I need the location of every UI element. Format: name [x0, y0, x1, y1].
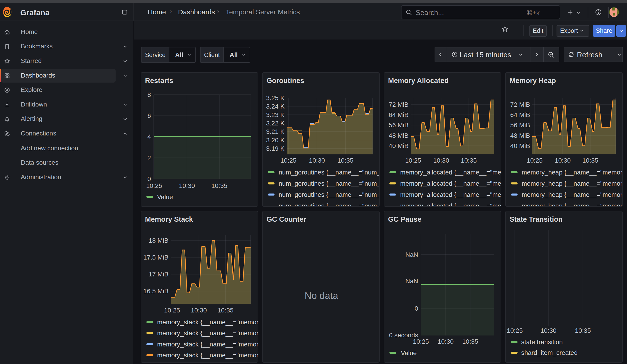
svg-text:17.5 MiB: 17.5 MiB: [143, 254, 169, 261]
svg-text:10:25: 10:25: [507, 327, 523, 334]
svg-text:Value: Value: [401, 349, 417, 357]
svg-text:10:30: 10:30: [179, 182, 195, 189]
svg-text:Value: Value: [157, 193, 173, 201]
svg-text:memory_stack {__name__="memory: memory_stack {__name__="memory_stack"}: [157, 352, 258, 359]
svg-text:4: 4: [147, 133, 151, 140]
svg-text:memory_stack {__name__="memory: memory_stack {__name__="memory_stack"}: [157, 319, 258, 326]
svg-text:memory_allocated {__name__="me: memory_allocated {__name__="memory_alloc…: [400, 169, 501, 176]
svg-text:10:30: 10:30: [309, 157, 325, 164]
svg-text:40 MiB: 40 MiB: [510, 142, 530, 149]
svg-text:10:25: 10:25: [164, 307, 180, 314]
svg-text:3.25 K: 3.25 K: [266, 95, 285, 102]
svg-text:16.5 MiB: 16.5 MiB: [143, 288, 169, 295]
svg-text:10:25: 10:25: [280, 157, 296, 164]
svg-text:48 MiB: 48 MiB: [510, 132, 530, 139]
svg-text:10:35: 10:35: [217, 307, 233, 314]
svg-text:num_goroutines {__name__="num_: num_goroutines {__name__="num_goroutines…: [279, 202, 380, 207]
svg-text:num_goroutines {__name__="num_: num_goroutines {__name__="num_goroutines…: [279, 169, 380, 176]
svg-text:10:35: 10:35: [575, 327, 591, 334]
svg-text:shard_item_created: shard_item_created: [521, 349, 577, 356]
svg-text:state transition: state transition: [521, 338, 563, 346]
svg-text:10:35: 10:35: [461, 157, 477, 164]
svg-text:0: 0: [415, 305, 418, 312]
svg-text:10:30: 10:30: [540, 327, 556, 334]
svg-text:18 MiB: 18 MiB: [149, 237, 168, 244]
svg-text:10:35: 10:35: [211, 182, 227, 189]
svg-text:40 MiB: 40 MiB: [389, 142, 409, 149]
svg-text:10:25: 10:25: [413, 338, 429, 345]
svg-text:56 MiB: 56 MiB: [510, 122, 530, 129]
svg-text:17 MiB: 17 MiB: [149, 271, 168, 278]
svg-text:0 seconds: 0 seconds: [389, 332, 418, 339]
svg-text:10:35: 10:35: [462, 338, 478, 345]
svg-text:memory_allocated {__name__="me: memory_allocated {__name__="memory_alloc…: [400, 202, 501, 207]
svg-text:10:30: 10:30: [433, 157, 449, 164]
svg-text:64 MiB: 64 MiB: [389, 111, 409, 118]
svg-text:72 MiB: 72 MiB: [389, 101, 409, 108]
svg-text:10:25: 10:25: [405, 157, 421, 164]
svg-text:3.24 K: 3.24 K: [266, 103, 285, 110]
svg-text:num_goroutines {__name__="num_: num_goroutines {__name__="num_goroutines…: [279, 180, 380, 187]
svg-text:memory_heap {__name__="memory_: memory_heap {__name__="memory_heap"}: [522, 202, 623, 207]
svg-text:memory_allocated {__name__="me: memory_allocated {__name__="memory_alloc…: [400, 180, 501, 187]
svg-text:10:30: 10:30: [438, 338, 454, 345]
svg-text:NaN: NaN: [405, 278, 418, 285]
svg-text:num_goroutines {__name__="num_: num_goroutines {__name__="num_goroutines…: [279, 191, 380, 198]
svg-text:3.23 K: 3.23 K: [266, 111, 285, 118]
svg-text:10:35: 10:35: [337, 157, 353, 164]
svg-text:memory_stack {__name__="memory: memory_stack {__name__="memory_stack"}: [157, 330, 258, 337]
svg-text:memory_allocated {__name__="me: memory_allocated {__name__="memory_alloc…: [400, 191, 501, 198]
svg-text:2: 2: [147, 155, 151, 161]
svg-text:memory_heap {__name__="memory_: memory_heap {__name__="memory_heap"}: [522, 180, 623, 187]
svg-text:56 MiB: 56 MiB: [389, 122, 409, 129]
svg-text:0: 0: [147, 175, 151, 182]
svg-text:NaN: NaN: [405, 251, 418, 258]
svg-text:10:25: 10:25: [146, 182, 162, 189]
svg-text:10:25: 10:25: [527, 157, 543, 164]
svg-text:10:35: 10:35: [582, 157, 598, 164]
svg-text:48 MiB: 48 MiB: [389, 132, 409, 139]
svg-text:memory_heap {__name__="memory_: memory_heap {__name__="memory_heap"}: [522, 191, 623, 198]
svg-text:72 MiB: 72 MiB: [510, 101, 530, 108]
svg-text:3.19 K: 3.19 K: [266, 145, 285, 152]
svg-text:memory_heap {__name__="memory_: memory_heap {__name__="memory_heap"}: [522, 169, 623, 176]
svg-text:10:30: 10:30: [191, 307, 207, 314]
svg-text:6: 6: [147, 112, 151, 119]
svg-text:64 MiB: 64 MiB: [510, 111, 530, 118]
svg-text:8: 8: [147, 91, 151, 98]
svg-text:10:30: 10:30: [555, 157, 571, 164]
svg-text:3.21 K: 3.21 K: [266, 128, 285, 135]
svg-text:3.20 K: 3.20 K: [266, 137, 285, 144]
svg-text:memory_stack {__name__="memory: memory_stack {__name__="memory_stack"}: [157, 341, 258, 348]
svg-text:3.22 K: 3.22 K: [266, 120, 285, 127]
